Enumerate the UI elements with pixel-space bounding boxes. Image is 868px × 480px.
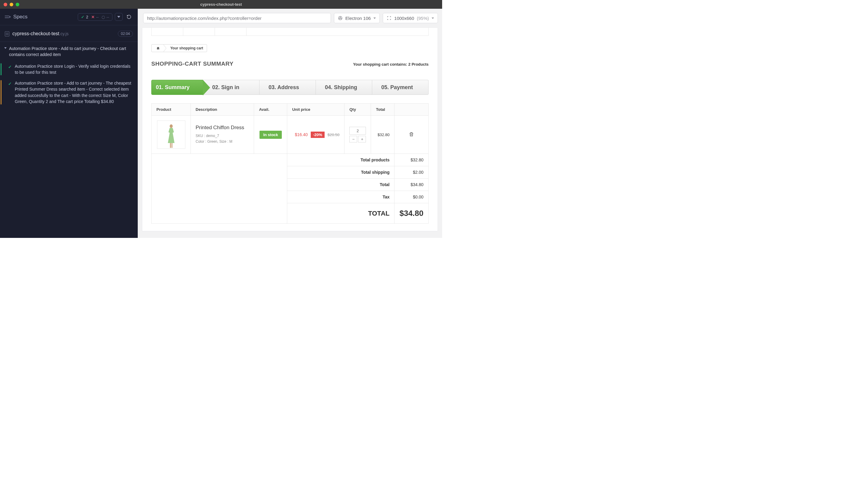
svg-rect-3: [170, 143, 171, 148]
total-shipping-label: Total shipping: [287, 166, 395, 179]
svg-rect-4: [172, 143, 173, 148]
chevron-down-icon: [432, 18, 434, 19]
home-icon: [156, 46, 160, 50]
product-attrs: Color : Green, Size : M: [195, 139, 249, 144]
breadcrumb-current: Your shopping cart: [169, 44, 207, 52]
step-payment[interactable]: 05. Payment: [372, 80, 429, 95]
step-summary[interactable]: 01. Summary: [151, 80, 203, 95]
step-signin[interactable]: 02. Sign in: [203, 80, 259, 95]
rerun-button[interactable]: [125, 13, 133, 21]
cypress-sidebar: Specs ✓2 ✕-- ◌-- cypress-checkout-test.c…: [0, 9, 138, 238]
specs-label[interactable]: Specs: [13, 14, 27, 20]
status-bar: [1, 80, 1, 104]
suite-title-row[interactable]: Automation Practice store - Add to cart …: [0, 42, 138, 61]
browser-label: Electron 106: [345, 16, 371, 21]
product-sku: SKU : demo_7: [195, 133, 249, 139]
spec-file-row[interactable]: cypress-checkout-test.cy.js 02:04: [0, 25, 138, 42]
viewport-scale: (95%): [417, 16, 429, 21]
col-unit: Unit price: [287, 104, 344, 116]
elapsed-time: 02:04: [118, 31, 133, 37]
breadcrumb: Your shopping cart: [151, 44, 207, 52]
grand-total-value: $34.80: [395, 203, 429, 224]
test-row[interactable]: ✓ Automation Practice store Login - Veri…: [0, 61, 138, 78]
app-preview-pane: http://automationpractice.com/index.php?…: [138, 9, 442, 238]
trash-icon: [409, 131, 414, 137]
discount-badge: -20%: [311, 132, 324, 138]
svg-point-2: [170, 124, 173, 128]
grand-total-label: TOTAL: [287, 203, 395, 224]
specs-header: Specs ✓2 ✕-- ◌--: [0, 9, 138, 25]
url-bar[interactable]: http://automationpractice.com/index.php?…: [143, 13, 331, 23]
test-title: Automation Practice store Login - Verify…: [15, 63, 135, 76]
qty-input[interactable]: [349, 127, 366, 135]
qty-decrease-button[interactable]: −: [349, 136, 357, 142]
delete-button[interactable]: [409, 134, 414, 138]
check-icon: ✓: [81, 15, 84, 19]
checkout-steps: 01. Summary 02. Sign in 03. Address 04. …: [151, 80, 429, 95]
options-dropdown-button[interactable]: [115, 13, 123, 21]
cart-count-text: Your shopping cart contains: 2 Products: [353, 62, 429, 67]
tax-label: Tax: [287, 191, 395, 203]
unit-price: $16.40: [295, 132, 308, 137]
spec-file-ext: .cy.js: [59, 31, 69, 36]
x-icon: ✕: [91, 15, 95, 19]
specs-icon: [5, 15, 10, 19]
file-icon: [5, 31, 9, 36]
window-title: cypress-checkout-test: [0, 2, 442, 7]
site-header-stub: [151, 28, 429, 36]
app-under-test: Your shopping cart SHOPPING-CART SUMMARY…: [142, 27, 438, 231]
page-title: SHOPPING-CART SUMMARY: [151, 61, 234, 67]
pending-count: --: [106, 15, 109, 19]
step-address[interactable]: 03. Address: [259, 80, 316, 95]
browser-selector[interactable]: Electron 106: [334, 13, 380, 23]
col-delete: [395, 104, 429, 116]
test-row[interactable]: ✓ Automation Practice store - Add to car…: [0, 78, 138, 107]
total-products-value: $32.80: [395, 154, 429, 166]
run-stats-pill: ✓2 ✕-- ◌--: [78, 13, 113, 21]
fail-count: --: [96, 15, 99, 19]
line-total: $32.80: [371, 116, 395, 154]
product-thumbnail[interactable]: [157, 121, 185, 149]
total-products-label: Total products: [287, 154, 395, 166]
pass-count: 2: [86, 15, 88, 19]
check-icon: ✓: [8, 64, 12, 76]
check-icon: ✓: [8, 81, 12, 104]
chevron-down-icon: [4, 47, 7, 49]
spec-file-name: cypress-checkout-test: [12, 31, 59, 36]
col-qty: Qty: [344, 104, 371, 116]
old-price: $20.50: [328, 133, 340, 137]
preview-toolbar: http://automationpractice.com/index.php?…: [138, 9, 442, 27]
url-text: http://automationpractice.com/index.php?…: [147, 16, 261, 21]
svg-point-1: [340, 18, 341, 19]
step-shipping[interactable]: 04. Shipping: [316, 80, 372, 95]
col-description: Description: [191, 104, 254, 116]
cart-table: Product Description Avail. Unit price Qt…: [151, 103, 429, 224]
viewport-selector[interactable]: 1000x660 (95%): [383, 13, 438, 23]
status-bar: [1, 63, 1, 76]
tax-value: $0.00: [395, 191, 429, 203]
stock-badge: In stock: [259, 131, 281, 139]
col-product: Product: [152, 104, 191, 116]
breadcrumb-separator: [165, 44, 169, 52]
test-title: Automation Practice store - Add to cart …: [15, 80, 135, 104]
col-total: Total: [371, 104, 395, 116]
product-name[interactable]: Printed Chiffon Dress: [195, 125, 249, 131]
subtotal-value: $34.80: [395, 179, 429, 191]
qty-increase-button[interactable]: +: [358, 136, 366, 142]
suite-title: Automation Practice store - Add to cart …: [9, 45, 133, 58]
pending-icon: ◌: [101, 15, 105, 19]
chevron-down-icon: [373, 18, 376, 19]
col-avail: Avail.: [254, 104, 287, 116]
viewport-size: 1000x660: [394, 16, 414, 21]
subtotal-label: Total: [287, 179, 395, 191]
total-shipping-value: $2.00: [395, 166, 429, 179]
titlebar: cypress-checkout-test: [0, 0, 442, 9]
cart-row: Printed Chiffon Dress SKU : demo_7 Color…: [152, 116, 429, 154]
